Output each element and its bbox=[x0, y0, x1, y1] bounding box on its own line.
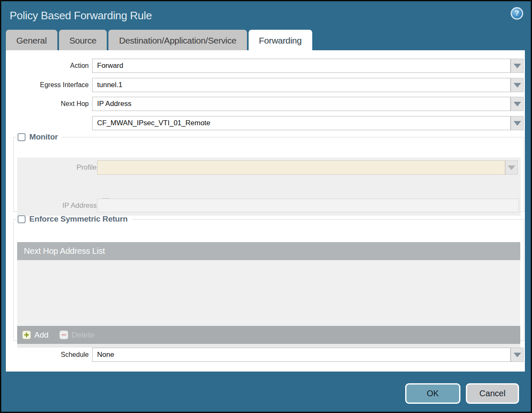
egress-interface-value[interactable]: tunnel.1 bbox=[92, 78, 511, 92]
next-hop-address-value[interactable]: CF_MWAN_IPsec_VTI_01_Remote bbox=[92, 116, 511, 130]
add-button[interactable]: Add bbox=[22, 330, 49, 340]
policy-based-forwarding-dialog: Policy Based Forwarding Rule ? General S… bbox=[0, 0, 532, 413]
next-hop-label: Next Hop bbox=[6, 97, 89, 111]
action-value[interactable]: Forward bbox=[92, 59, 511, 73]
profile-dropdown-button bbox=[505, 160, 518, 175]
delete-button: Delete bbox=[59, 330, 95, 340]
tab-source[interactable]: Source bbox=[59, 30, 107, 50]
schedule-label: Schedule bbox=[6, 348, 89, 362]
monitor-legend: Monitor bbox=[17, 132, 62, 142]
help-icon[interactable]: ? bbox=[511, 7, 523, 20]
egress-interface-dropdown-button[interactable] bbox=[511, 78, 524, 92]
chevron-down-icon bbox=[514, 83, 521, 88]
tab-bar: General Source Destination/Application/S… bbox=[6, 30, 312, 50]
tab-general[interactable]: General bbox=[6, 30, 57, 50]
next-hop-address-dropdown-button[interactable] bbox=[511, 116, 524, 130]
cancel-button[interactable]: Cancel bbox=[466, 383, 519, 404]
chevron-down-icon bbox=[514, 64, 521, 68]
tab-forwarding[interactable]: Forwarding bbox=[249, 30, 312, 50]
plus-icon bbox=[22, 330, 31, 339]
chevron-down-icon bbox=[514, 353, 521, 357]
chevron-down-icon bbox=[514, 102, 521, 106]
enforce-symmetric-return-label: Enforce Symmetric Return bbox=[29, 214, 128, 224]
next-hop-address-list-body[interactable] bbox=[17, 260, 520, 326]
enforce-symmetric-return-legend: Enforce Symmetric Return bbox=[17, 214, 131, 224]
tab-destination-application-service[interactable]: Destination/Application/Service bbox=[108, 30, 247, 50]
monitor-label: Monitor bbox=[29, 132, 58, 142]
schedule-value[interactable]: None bbox=[92, 348, 511, 362]
enforce-symmetric-return-checkbox[interactable] bbox=[18, 215, 26, 223]
profile-label: Profile bbox=[17, 160, 97, 175]
profile-value bbox=[97, 160, 505, 175]
chevron-down-icon bbox=[508, 165, 515, 170]
monitor-section: Monitor Profile Disable this rule if nex… bbox=[13, 132, 524, 212]
dialog-title: Policy Based Forwarding Rule bbox=[10, 1, 152, 28]
monitor-ip-address-label: IP Address bbox=[17, 199, 97, 213]
monitor-ip-address-input bbox=[97, 199, 519, 212]
add-button-label: Add bbox=[34, 330, 49, 340]
egress-interface-label: Egress Interface bbox=[6, 78, 89, 92]
chevron-down-icon bbox=[514, 121, 521, 126]
action-label: Action bbox=[6, 59, 89, 73]
minus-icon bbox=[59, 330, 68, 339]
next-hop-address-list-header: Next Hop Address List bbox=[17, 242, 520, 260]
enforce-symmetric-return-section: Enforce Symmetric Return Next Hop Addres… bbox=[13, 214, 524, 341]
table-resize-strip bbox=[17, 344, 520, 348]
delete-button-label: Delete bbox=[72, 330, 95, 340]
schedule-dropdown-button[interactable] bbox=[511, 348, 524, 362]
monitor-checkbox[interactable] bbox=[18, 133, 26, 141]
ok-button[interactable]: OK bbox=[405, 383, 460, 404]
next-hop-dropdown-button[interactable] bbox=[511, 97, 524, 111]
next-hop-address-list-toolbar: Add Delete bbox=[17, 326, 520, 344]
action-dropdown-button[interactable] bbox=[511, 59, 524, 73]
forwarding-tab-panel: Action Forward Egress Interface tunnel.1… bbox=[6, 50, 525, 372]
next-hop-value[interactable]: IP Address bbox=[92, 97, 511, 111]
